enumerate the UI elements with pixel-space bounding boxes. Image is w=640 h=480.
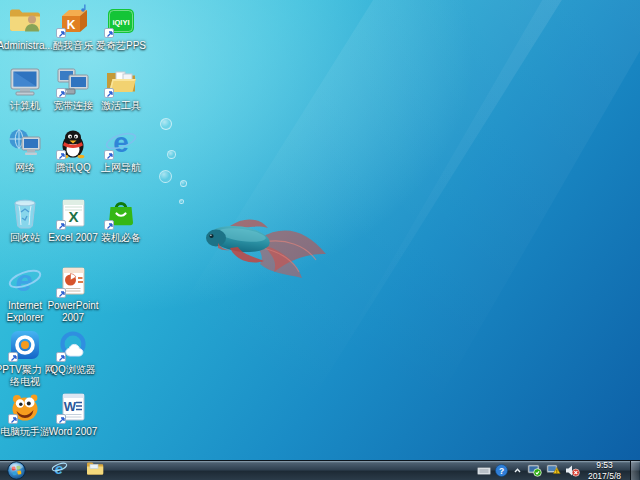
show-hidden-icons-chevron[interactable]	[513, 466, 522, 475]
desktop-icon-word-2007[interactable]: W Word 2007	[42, 390, 104, 438]
shortcut-arrow-overlay	[56, 28, 66, 38]
network-warning-icon[interactable]	[546, 464, 561, 477]
desktop-icon-powerpoint-2007[interactable]: PowerPoint 2007	[42, 264, 104, 324]
shortcut-arrow-overlay	[56, 88, 66, 98]
shortcut-arrow-overlay	[56, 220, 66, 230]
icon-label: 上网导航	[90, 162, 152, 174]
taskbar: e ?	[0, 460, 640, 480]
windows-start-orb-icon	[7, 461, 26, 480]
internet-explorer-icon: e	[7, 284, 43, 301]
svg-text:e: e	[16, 264, 33, 297]
bubble	[180, 180, 187, 187]
taskbar-explorer-button[interactable]	[81, 461, 109, 480]
shortcut-arrow-overlay	[104, 88, 114, 98]
icon-label: PowerPoint 2007	[42, 300, 104, 324]
shortcut-arrow-overlay	[104, 28, 114, 38]
icon-label: 激活工具	[90, 100, 152, 112]
system-tray: ? 9:53 2017/5/8	[477, 460, 640, 480]
shortcut-arrow-overlay	[56, 288, 66, 298]
shortcut-arrow-overlay	[56, 150, 66, 160]
svg-text:e: e	[113, 127, 129, 158]
volume-muted-icon[interactable]	[565, 464, 580, 477]
icon-label: QQ浏览器	[42, 364, 104, 376]
clock-time: 9:53	[588, 460, 621, 471]
shortcut-arrow-overlay	[104, 150, 114, 160]
svg-text:?: ?	[499, 466, 504, 476]
svg-text:X: X	[68, 208, 78, 225]
shortcut-arrow-overlay	[8, 352, 18, 362]
desktop-icon-software-essentials[interactable]: 装机必备	[90, 196, 152, 244]
folder-icon	[86, 461, 104, 480]
show-desktop-button[interactable]	[630, 461, 639, 480]
icon-label: Word 2007	[42, 426, 104, 438]
bubble	[159, 170, 172, 183]
light-ray	[174, 0, 585, 403]
security-ok-icon[interactable]	[527, 464, 542, 477]
svg-text:iQIYI: iQIYI	[112, 18, 129, 27]
shortcut-arrow-overlay	[8, 414, 18, 424]
recycle-bin-icon	[7, 216, 43, 233]
icon-label: 装机必备	[90, 232, 152, 244]
input-keyboard-icon[interactable]	[477, 466, 491, 476]
shortcut-arrow-overlay	[56, 414, 66, 424]
bubble	[179, 199, 184, 204]
shortcut-arrow-overlay	[104, 220, 114, 230]
desktop-icon-web-navigation[interactable]: e 上网导航	[90, 126, 152, 174]
svg-text:W: W	[64, 399, 77, 414]
taskbar-clock[interactable]: 9:53 2017/5/8	[588, 460, 621, 480]
clock-date: 2017/5/8	[588, 471, 621, 480]
desktop-icon-qq-browser[interactable]: QQ浏览器	[42, 328, 104, 376]
bubble	[160, 118, 172, 130]
desktop-icon-activation-tools[interactable]: 激活工具	[90, 64, 152, 112]
start-button[interactable]	[3, 461, 29, 480]
computer-icon	[7, 84, 43, 101]
desktop-icon-iqiyi-pps[interactable]: iQIYI 爱奇艺PPS	[90, 4, 152, 52]
taskbar-internet-explorer-button[interactable]: e	[45, 461, 73, 480]
icon-label: 爱奇艺PPS	[90, 40, 152, 52]
desktop: Administra... K 酷我音乐 iQIYI 爱奇艺PPS 计算机	[0, 0, 640, 460]
svg-text:K: K	[67, 18, 76, 32]
shortcut-arrow-overlay	[56, 352, 66, 362]
bubble	[167, 150, 176, 159]
network-globe-icon	[7, 146, 43, 163]
light-ray	[337, 0, 640, 410]
betta-fish-image	[202, 208, 334, 290]
user-folder-icon	[7, 24, 43, 41]
internet-explorer-icon: e	[51, 460, 68, 480]
svg-text:e: e	[54, 460, 62, 477]
help-icon[interactable]: ?	[495, 464, 508, 477]
